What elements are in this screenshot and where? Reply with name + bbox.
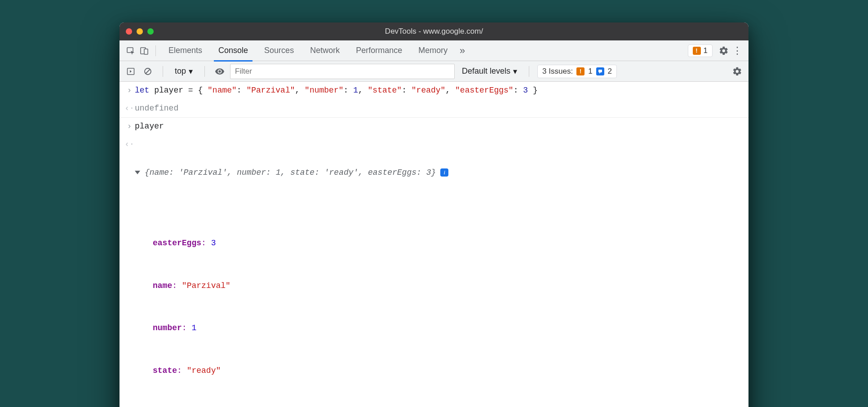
object-property[interactable]: state: "ready" <box>153 364 743 378</box>
separator <box>163 66 163 77</box>
filter-input[interactable] <box>230 64 455 79</box>
console-output: › let player = { "name": "Parzival", "nu… <box>120 82 748 407</box>
context-label: top <box>175 66 186 76</box>
separator <box>204 66 205 77</box>
tab-label: Elements <box>168 46 202 55</box>
object-property[interactable]: number: 1 <box>153 321 743 336</box>
traffic-lights <box>126 28 154 35</box>
kebab-menu-icon[interactable]: ⋮ <box>731 44 744 58</box>
warning-icon: ! <box>576 67 585 75</box>
console-input-row[interactable]: › let player = { "name": "Parzival", "nu… <box>120 82 748 100</box>
tab-label: Sources <box>264 46 294 55</box>
more-tabs-icon[interactable]: » <box>456 44 469 58</box>
devtools-tabs: Elements Console Sources Network Perform… <box>120 40 748 61</box>
log-levels-selector[interactable]: Default levels ▾ <box>458 66 521 76</box>
chevron-down-icon: ▾ <box>189 66 193 76</box>
object-expansion: {name: 'Parzival', number: 1, state: 're… <box>135 137 743 407</box>
console-input-text: player <box>135 119 743 134</box>
context-selector[interactable]: top ▾ <box>171 66 196 76</box>
object-properties: easterEggs: 3 name: "Parzival" number: 1… <box>135 208 743 407</box>
tab-console[interactable]: Console <box>210 40 256 61</box>
close-window-icon[interactable] <box>126 28 132 35</box>
console-toolbar: top ▾ Default levels ▾ 3 Issues: ! 1 2 <box>120 61 748 82</box>
console-result-text: undefined <box>135 102 743 116</box>
warnings-badge[interactable]: ! 1 <box>688 44 713 57</box>
settings-icon[interactable] <box>717 44 731 58</box>
titlebar: DevTools - www.google.com/ <box>120 22 748 40</box>
tab-memory[interactable]: Memory <box>410 40 456 61</box>
devtools-window: DevTools - www.google.com/ Elements Cons… <box>120 22 748 407</box>
separator <box>155 45 156 56</box>
result-icon: ‹· <box>124 102 135 116</box>
separator <box>529 66 529 77</box>
tab-label: Network <box>310 46 340 55</box>
object-property[interactable]: easterEggs: 3 <box>153 236 743 251</box>
console-settings-icon[interactable] <box>731 65 744 78</box>
console-result-row: ‹· undefined <box>120 100 748 118</box>
levels-label: Default levels <box>462 66 510 76</box>
tab-performance[interactable]: Performance <box>348 40 410 61</box>
object-info-icon[interactable]: i <box>440 168 448 177</box>
prompt-icon: › <box>124 119 135 134</box>
tab-label: Performance <box>356 46 402 55</box>
device-toolbar-icon[interactable] <box>137 44 151 58</box>
tab-label: Memory <box>418 46 447 55</box>
svg-rect-6 <box>598 70 602 72</box>
window-title: DevTools - www.google.com/ <box>120 27 748 36</box>
svg-line-5 <box>146 69 150 74</box>
live-expression-icon[interactable] <box>213 65 226 78</box>
issues-warn-count: 1 <box>588 67 592 76</box>
inspect-element-icon[interactable] <box>124 44 137 58</box>
tab-label: Console <box>218 46 248 55</box>
zoom-window-icon[interactable] <box>147 28 154 35</box>
tab-elements[interactable]: Elements <box>160 40 210 61</box>
triangle-down-icon[interactable] <box>135 171 140 174</box>
result-icon: ‹· <box>124 137 135 152</box>
issues-badge[interactable]: 3 Issues: ! 1 2 <box>537 65 617 78</box>
object-summary[interactable]: {name: 'Parzival', number: 1, state: 're… <box>135 166 743 180</box>
clear-console-icon[interactable] <box>141 65 155 78</box>
console-input-text: let player = { "name": "Parzival", "numb… <box>135 84 743 98</box>
object-property[interactable]: name: "Parzival" <box>153 279 743 293</box>
prompt-icon: › <box>124 84 135 98</box>
issues-info-count: 2 <box>608 67 612 76</box>
chevron-down-icon: ▾ <box>513 66 517 76</box>
console-input-row[interactable]: › player <box>120 118 748 136</box>
warning-count: 1 <box>704 46 708 55</box>
toggle-sidebar-icon[interactable] <box>124 65 137 78</box>
tab-sources[interactable]: Sources <box>256 40 302 61</box>
console-result-row: ‹· {name: 'Parzival', number: 1, state: … <box>120 136 748 407</box>
issues-label: 3 Issues: <box>542 67 573 76</box>
minimize-window-icon[interactable] <box>137 28 143 35</box>
warning-icon: ! <box>693 47 701 55</box>
tab-network[interactable]: Network <box>302 40 348 61</box>
svg-rect-2 <box>144 49 148 54</box>
info-icon <box>596 67 604 75</box>
